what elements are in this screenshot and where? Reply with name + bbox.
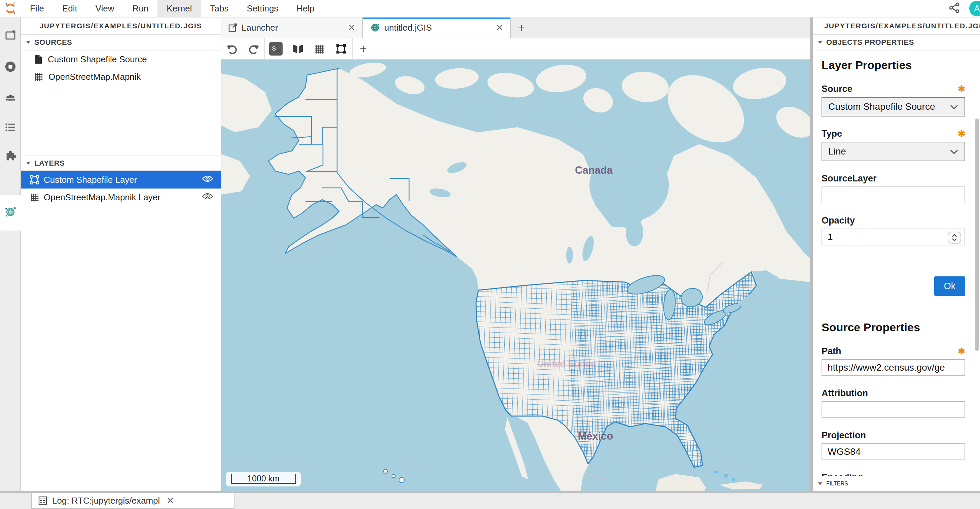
user-avatar[interactable]: A: [969, 1, 980, 16]
map-scale-control: 1000 km: [227, 472, 300, 486]
map-label-mexico: México: [578, 430, 613, 442]
required-icon: ✱: [958, 129, 965, 139]
source-select[interactable]: Custom Shapefile Source: [821, 97, 965, 116]
type-select-value: Line: [828, 146, 846, 157]
menu-settings[interactable]: Settings: [237, 0, 287, 17]
layer-item-osm-mapnik[interactable]: OpenStreetMap.Mapnik Layer: [21, 188, 221, 206]
menu-edit[interactable]: Edit: [53, 0, 86, 17]
required-icon: ✱: [958, 84, 965, 94]
running-kernels-icon[interactable]: [4, 61, 16, 73]
projection-value: WGS84: [827, 447, 861, 457]
log-label: Log: RTC:jupytergis/exampl: [52, 496, 160, 506]
menu-kernel[interactable]: Kernel: [158, 0, 201, 17]
menu-tabs[interactable]: Tabs: [201, 0, 237, 17]
right-panel-scrollbar[interactable]: [975, 118, 979, 351]
layer-item-label: Custom Shapefile Layer: [44, 175, 137, 185]
new-vector-layer-button[interactable]: [330, 38, 352, 60]
projection-label: Projection: [821, 430, 866, 440]
chevron-down-icon: [950, 101, 958, 112]
required-icon: ✱: [958, 346, 965, 356]
source-layer-label: SourceLayer: [821, 173, 877, 184]
file-browser-icon[interactable]: [4, 29, 16, 41]
source-item-osm-mapnik[interactable]: OpenStreetMap.Mapnik: [21, 68, 221, 86]
layers-section-header[interactable]: LAYERS: [21, 156, 221, 171]
grid-icon: [33, 72, 44, 82]
source-select-value: Custom Shapefile Source: [828, 101, 935, 112]
map-canvas[interactable]: Canada México United States 1000 km: [221, 60, 810, 491]
activity-bar-bottom: [0, 231, 21, 491]
table-of-contents-icon[interactable]: [4, 121, 16, 133]
opacity-value: 1: [827, 231, 833, 243]
objects-properties-panel: JUPYTERGIS/EXAMPLES/UNTITLED.JGIS OBJECT…: [810, 18, 980, 491]
number-stepper[interactable]: [948, 231, 961, 244]
undo-button[interactable]: [221, 38, 243, 60]
path-field: Path ✱ https://www2.census.gov/ge: [821, 346, 965, 376]
tab-launcher[interactable]: Launcher ✕: [221, 18, 363, 38]
jgis-toolbar: $_ +: [221, 38, 810, 60]
menu-file[interactable]: File: [21, 0, 53, 17]
redo-button[interactable]: [243, 38, 264, 60]
sources-section-header[interactable]: SOURCES: [21, 35, 221, 51]
extension-manager-icon[interactable]: [4, 150, 16, 161]
attribution-input[interactable]: [821, 401, 965, 418]
source-field: Source ✱ Custom Shapefile Source: [821, 84, 965, 116]
opacity-field: Opacity 1: [821, 215, 965, 246]
map-scale-text: 1000 km: [231, 474, 296, 484]
objects-properties-label: OBJECTS PROPERTIES: [826, 38, 914, 47]
close-icon[interactable]: ✕: [167, 496, 174, 506]
main-dock-area: Launcher ✕ untitled.jGIS ✕ +: [221, 18, 810, 491]
sources-empty-space: [21, 86, 221, 156]
share-icon[interactable]: [948, 2, 961, 15]
terminal-icon: $_: [269, 42, 283, 56]
opacity-input[interactable]: 1: [821, 228, 965, 246]
layer-visibility-eye-icon[interactable]: [202, 175, 213, 185]
menu-help[interactable]: Help: [287, 0, 323, 17]
close-icon[interactable]: ✕: [348, 22, 355, 33]
source-item-custom-shapefile[interactable]: Custom Shapefile Source: [21, 51, 221, 68]
layer-visibility-eye-icon[interactable]: [202, 192, 213, 203]
left-panel-title: JUPYTERGIS/EXAMPLES/UNTITLED.JGIS: [21, 18, 221, 35]
menu-view[interactable]: View: [86, 0, 124, 17]
ok-button[interactable]: Ok: [934, 276, 965, 296]
projection-input[interactable]: WGS84: [821, 444, 965, 460]
tab-label: Launcher: [242, 22, 278, 33]
collaboration-icon[interactable]: [4, 92, 16, 104]
path-input[interactable]: https://www2.census.gov/ge: [821, 359, 965, 376]
source-label: Source: [821, 84, 853, 94]
type-field: Type ✱ Line: [821, 129, 965, 161]
source-properties-title: Source Properties: [821, 321, 965, 334]
filters-section-header[interactable]: FILTERS: [813, 475, 980, 491]
close-icon[interactable]: ✕: [496, 22, 503, 33]
grid-icon: [30, 192, 40, 202]
launcher-icon: [228, 23, 237, 32]
source-item-label: Custom Shapefile Source: [48, 54, 147, 65]
source-item-label: OpenStreetMap.Mapnik: [48, 72, 141, 82]
source-layer-input[interactable]: [821, 187, 965, 203]
activity-bar: [0, 18, 21, 491]
path-label: Path: [821, 346, 842, 356]
new-basemap-button[interactable]: [287, 38, 309, 60]
layer-item-custom-shapefile[interactable]: Custom Shapefile Layer: [21, 171, 221, 188]
path-value: https://www2.census.gov/ge: [827, 362, 945, 373]
type-select[interactable]: Line: [821, 142, 965, 161]
menu-bar: File Edit View Run Kernel Tabs Settings …: [0, 0, 980, 18]
menu-run[interactable]: Run: [124, 0, 158, 17]
console-button[interactable]: $_: [265, 38, 286, 60]
new-tab-button[interactable]: +: [511, 18, 532, 38]
new-raster-layer-button[interactable]: [309, 38, 330, 60]
chevron-down-icon: [818, 482, 823, 486]
book-icon: [292, 43, 304, 55]
type-label: Type: [821, 129, 842, 139]
jupytergis-icon[interactable]: [4, 206, 16, 218]
tab-untitled-jgis[interactable]: untitled.jGIS ✕: [363, 18, 511, 38]
jupyter-logo-icon: [0, 2, 21, 15]
vector-layer-icon: [30, 175, 40, 185]
filters-label: FILTERS: [826, 481, 848, 487]
log-console-tab[interactable]: Log: RTC:jupytergis/exampl ✕: [31, 493, 234, 509]
grid-icon: [314, 43, 325, 54]
add-layer-button[interactable]: +: [353, 38, 374, 60]
jupytergis-side-panel: JUPYTERGIS/EXAMPLES/UNTITLED.JGIS SOURCE…: [21, 18, 221, 491]
encoding-label: Encoding: [821, 472, 863, 475]
objects-properties-section-header[interactable]: OBJECTS PROPERTIES: [813, 35, 980, 51]
tab-bar: Launcher ✕ untitled.jGIS ✕ +: [221, 18, 810, 38]
